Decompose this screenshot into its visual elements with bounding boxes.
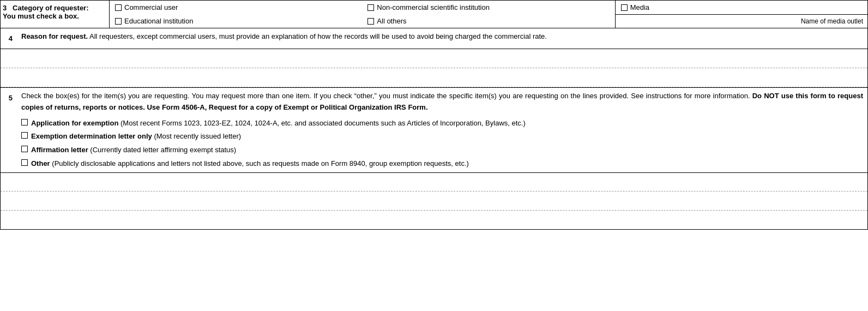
checkbox-other[interactable] bbox=[21, 159, 28, 166]
section4-text: All requesters, except commercial users,… bbox=[88, 32, 547, 40]
section5-intro: Check the box(es) for the item(s) you ar… bbox=[21, 91, 863, 113]
checkbox-media-label: Media bbox=[630, 3, 649, 11]
item-affirmation-rest: (Currently dated letter affirming exempt… bbox=[90, 146, 236, 154]
checkbox-media[interactable]: Media bbox=[615, 1, 867, 14]
checkbox-noncommercial-label: Non-commercial scientific institution bbox=[377, 3, 490, 11]
checkbox-allothers-label: All others bbox=[377, 17, 406, 25]
section5-number: 5 bbox=[1, 91, 17, 170]
item-other-label: Other (Publicly disclosable applications… bbox=[31, 158, 469, 170]
item-application-bold: Application for exemption bbox=[31, 119, 118, 127]
item-application-rest: (Most recent Forms 1023, 1023-EZ, 1024, … bbox=[120, 119, 526, 127]
checkbox-educational-label: Educational institution bbox=[124, 17, 193, 25]
checkbox-commercial[interactable]: Commercial user bbox=[110, 1, 362, 14]
media-outlet-label-cell: Name of media outlet bbox=[615, 14, 867, 28]
checkbox-determination[interactable] bbox=[21, 132, 28, 139]
checkbox-educational[interactable]: Educational institution bbox=[110, 14, 362, 28]
item-application-row[interactable]: Application for exemption (Most recent F… bbox=[21, 118, 863, 129]
section3-label: 3 Category of requester: You must check … bbox=[1, 1, 110, 28]
checkbox-noncommercial-box[interactable] bbox=[367, 4, 374, 11]
item-determination-label: Exemption determination letter only (Mos… bbox=[31, 131, 241, 142]
dashed-line-5 bbox=[1, 211, 867, 230]
checkbox-allothers[interactable]: All others bbox=[362, 14, 614, 28]
section4-number: 4 bbox=[1, 31, 17, 46]
checkbox-affirmation[interactable] bbox=[21, 146, 28, 152]
item-other-rest: (Publicly disclosable applications and l… bbox=[52, 159, 469, 168]
checkbox-educational-box[interactable] bbox=[115, 18, 122, 25]
item-affirmation-label: Affirmation letter (Currently dated lett… bbox=[31, 145, 236, 156]
checkbox-application[interactable] bbox=[21, 119, 28, 125]
section5-intro-text: Check the box(es) for the item(s) you ar… bbox=[21, 92, 750, 100]
item-other-bold: Other bbox=[31, 159, 50, 168]
checkbox-media-box[interactable] bbox=[621, 4, 628, 11]
dashed-line-1 bbox=[1, 49, 867, 68]
checkbox-commercial-label: Commercial user bbox=[124, 3, 178, 11]
section3-number: 3 bbox=[3, 4, 7, 12]
section3-row: 3 Category of requester: You must check … bbox=[1, 1, 867, 28]
item-determination-row[interactable]: Exemption determination letter only (Mos… bbox=[21, 131, 863, 142]
item-determination-bold: Exemption determination letter only bbox=[31, 132, 152, 140]
dashed-line-2 bbox=[1, 68, 867, 87]
section4-content: Reason for request. All requesters, exce… bbox=[17, 31, 551, 46]
section3-title-line1: Category of requester: bbox=[13, 4, 88, 12]
section3-title-line2: You must check a box. bbox=[3, 12, 79, 20]
item-other-row[interactable]: Other (Publicly disclosable applications… bbox=[21, 158, 863, 170]
section5-content: Check the box(es) for the item(s) you ar… bbox=[17, 91, 867, 170]
item-application-label: Application for exemption (Most recent F… bbox=[31, 118, 526, 129]
media-outlet-label: Name of media outlet bbox=[801, 17, 863, 25]
checkbox-noncommercial[interactable]: Non-commercial scientific institution bbox=[362, 1, 614, 14]
dashed-line-4 bbox=[1, 192, 867, 211]
section4-row: 4 Reason for request. All requesters, ex… bbox=[1, 28, 867, 49]
item-affirmation-row[interactable]: Affirmation letter (Currently dated lett… bbox=[21, 145, 863, 156]
checkbox-commercial-box[interactable] bbox=[115, 4, 122, 11]
checkbox-allothers-box[interactable] bbox=[367, 18, 374, 25]
section5-row: 5 Check the box(es) for the item(s) you … bbox=[1, 87, 867, 172]
item-determination-rest: (Most recently issued letter) bbox=[154, 132, 241, 140]
dashed-line-3 bbox=[1, 172, 867, 192]
section4-label: Reason for request. bbox=[21, 32, 88, 40]
item-affirmation-bold: Affirmation letter bbox=[31, 146, 88, 154]
